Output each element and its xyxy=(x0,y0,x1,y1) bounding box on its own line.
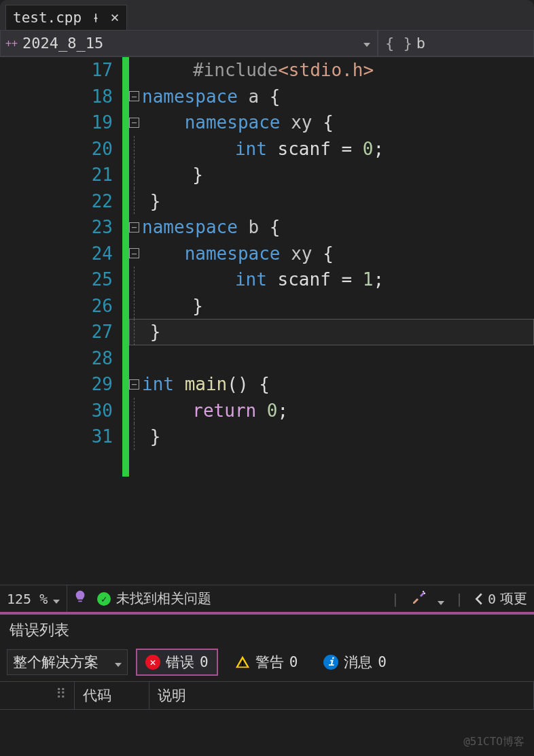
code-line[interactable]: − namespace xy { xyxy=(129,241,534,267)
error-scope-dropdown[interactable]: 整个解决方案 xyxy=(7,649,128,675)
changes-count: 0 xyxy=(488,591,496,607)
project-dropdown[interactable]: ++ 2024_8_15 xyxy=(0,30,378,56)
messages-filter-button[interactable]: i 消息 0 xyxy=(315,649,395,675)
code-line[interactable]: } xyxy=(129,293,534,320)
changes-label: 项更 xyxy=(500,589,527,608)
tab-filename: test.cpp xyxy=(13,10,82,26)
scope-name: b xyxy=(416,35,425,52)
check-icon: ✓ xyxy=(97,592,111,606)
nav-bar: ++ 2024_8_15 { } b xyxy=(0,30,534,57)
chevron-down-icon xyxy=(53,591,60,607)
code-line[interactable]: } xyxy=(129,188,534,215)
error-list-panel: 错误列表 整个解决方案 ✕ 错误 0 警告 0 i 消息 0 ⠿ 代码 说明 xyxy=(0,615,534,710)
line-gutter: 171819202122232425262728293031 xyxy=(0,57,122,585)
col-code[interactable]: 代码 xyxy=(75,682,149,709)
fold-toggle[interactable]: − xyxy=(129,379,139,390)
messages-label: 消息 xyxy=(344,653,372,672)
code-line[interactable]: −int main() { xyxy=(129,371,534,398)
svg-point-1 xyxy=(424,593,425,594)
code-line[interactable]: #include<stdio.h> xyxy=(129,57,534,84)
scope-prefix: { } xyxy=(385,35,412,52)
tab-bar: test.cpp xyxy=(0,0,534,30)
fold-toggle[interactable]: − xyxy=(129,248,139,258)
chevron-down-icon xyxy=(357,37,377,50)
error-table-header: ⠿ 代码 说明 xyxy=(0,681,534,710)
code-line[interactable]: } xyxy=(129,162,534,188)
info-icon: i xyxy=(323,655,338,670)
col-desc[interactable]: 说明 xyxy=(149,682,534,709)
pin-icon[interactable] xyxy=(91,13,101,22)
error-toolbar: 整个解决方案 ✕ 错误 0 警告 0 i 消息 0 xyxy=(0,646,534,678)
cleanup-icon[interactable] xyxy=(404,589,451,608)
code-line[interactable]: return 0; xyxy=(129,398,534,424)
fold-toggle[interactable]: − xyxy=(129,91,139,101)
file-tab[interactable]: test.cpp xyxy=(5,5,127,30)
separator: | xyxy=(387,591,404,607)
errors-label: 错误 xyxy=(166,653,194,672)
messages-count: 0 xyxy=(378,654,387,670)
error-icon: ✕ xyxy=(145,655,160,670)
chevron-left-icon xyxy=(474,592,484,606)
code-line[interactable]: −namespace a { xyxy=(129,84,534,110)
zoom-control[interactable]: 125 % xyxy=(0,585,67,612)
watermark: @51CTO博客 xyxy=(463,735,524,749)
health-icon[interactable] xyxy=(67,589,93,608)
code-line[interactable]: } xyxy=(129,424,534,450)
fold-toggle[interactable]: − xyxy=(129,118,139,128)
code-line[interactable]: −namespace b { xyxy=(129,214,534,241)
code-line[interactable]: int scanf = 0; xyxy=(129,136,534,162)
svg-rect-3 xyxy=(242,665,243,666)
warning-icon xyxy=(235,655,250,670)
code-area[interactable]: #include<stdio.h>−namespace a {− namespa… xyxy=(129,57,534,585)
code-line[interactable]: int scanf = 1; xyxy=(129,267,534,293)
separator: | xyxy=(451,591,467,607)
cpp-project-icon: ++ xyxy=(1,37,22,50)
svg-rect-2 xyxy=(242,661,243,664)
issues-status[interactable]: ✓ 未找到相关问题 xyxy=(93,589,215,608)
code-editor[interactable]: 171819202122232425262728293031 #include<… xyxy=(0,57,534,585)
issues-text: 未找到相关问题 xyxy=(116,589,211,608)
changes-nav[interactable]: 0 项更 xyxy=(467,589,534,608)
code-line[interactable]: } xyxy=(129,319,534,345)
warnings-filter-button[interactable]: 警告 0 xyxy=(226,649,307,675)
change-indicator xyxy=(122,57,129,585)
chevron-down-icon xyxy=(115,654,122,670)
scope-dropdown[interactable]: { } b xyxy=(378,30,534,56)
chevron-down-icon xyxy=(438,592,444,608)
editor-status-bar: 125 % ✓ 未找到相关问题 | | 0 项更 xyxy=(0,585,534,612)
code-line[interactable]: − namespace xy { xyxy=(129,109,534,136)
close-icon[interactable] xyxy=(110,13,120,22)
errors-count: 0 xyxy=(200,654,209,670)
panel-title: 错误列表 xyxy=(0,615,534,646)
warnings-count: 0 xyxy=(289,654,298,670)
scope-text: 整个解决方案 xyxy=(13,653,99,672)
warnings-label: 警告 xyxy=(255,653,284,672)
code-line[interactable] xyxy=(129,345,534,372)
fold-toggle[interactable]: − xyxy=(129,222,139,233)
project-name: 2024_8_15 xyxy=(22,35,357,52)
col-handle[interactable]: ⠿ xyxy=(0,682,75,709)
errors-filter-button[interactable]: ✕ 错误 0 xyxy=(136,649,218,676)
zoom-value: 125 % xyxy=(7,591,48,607)
svg-point-0 xyxy=(423,591,424,592)
